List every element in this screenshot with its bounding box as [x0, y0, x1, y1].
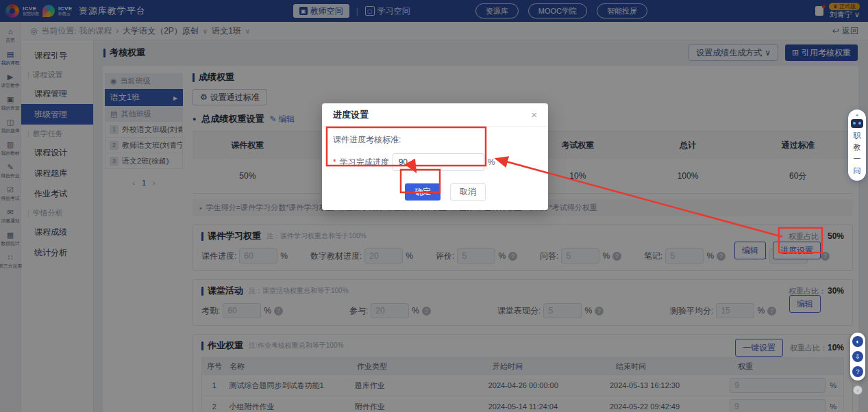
cancel-button[interactable]: 取消	[450, 183, 486, 201]
completion-progress-input[interactable]	[393, 153, 484, 171]
floating-toolbar: ◐ ⇩ ?	[850, 333, 865, 381]
modal-body-label: 课件进度考核标准:	[333, 134, 537, 146]
ai-char: 一	[854, 154, 861, 164]
robot-icon	[851, 119, 863, 128]
required-mark: *	[333, 157, 336, 167]
cloud-download-icon[interactable]: ⇩	[852, 351, 863, 362]
close-icon[interactable]: ×	[531, 109, 537, 120]
app-window: ICVE智慧职教 ICVE职教云 资源库教学平台 ▣ 教师空间 | ▢ 学习空间…	[0, 0, 868, 412]
community-icon[interactable]: ◐	[852, 336, 863, 347]
collapse-toolbar-button[interactable]: ×	[853, 385, 863, 395]
confirm-button[interactable]: 确定	[405, 183, 441, 201]
percent-label: %	[488, 157, 495, 167]
ai-char: 教	[854, 142, 861, 153]
completion-progress-field: * 学习完成进度 %	[333, 153, 537, 171]
ai-char: 职	[854, 131, 861, 141]
progress-setting-modal: 进度设置 × 课件进度考核标准: * 学习完成进度 % 确定 取消	[322, 103, 548, 210]
modal-title: 进度设置	[333, 109, 369, 121]
ai-assistant-widget[interactable]: ✦ 职 教 一 问	[848, 110, 866, 181]
completion-progress-label: 学习完成进度	[340, 157, 389, 168]
ai-char: 问	[854, 166, 861, 176]
spark-icon: ✦	[855, 113, 859, 118]
help-icon[interactable]: ?	[852, 366, 863, 377]
